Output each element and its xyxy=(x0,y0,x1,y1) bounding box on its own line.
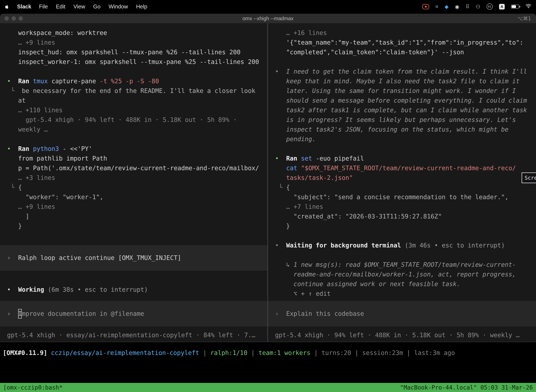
menubar-status-icons: ⌗◆◉⠿⚇ 61 A xyxy=(422,4,531,10)
terminal-line: cat "$OMX_TEAM_STATE_ROOT/team/review-cu… xyxy=(268,163,536,173)
menubar: Slack FileEditViewGoWindowHelp ⌗◆◉⠿⚇ 61 … xyxy=(0,0,536,13)
screenshot-tooltip[interactable]: Scre xyxy=(522,173,536,183)
status-line-left: gpt-5.4 xhigh · essay/ai-reimplementatio… xyxy=(0,330,268,340)
terminal-line: tasks/task-2.json" xyxy=(268,173,536,183)
terminal-line: … +9 lines xyxy=(0,202,268,212)
text-segment: Ran xyxy=(18,145,33,152)
terminal-line xyxy=(268,231,536,241)
menu-file[interactable]: File xyxy=(39,4,48,10)
tmux-status-bar: [omx-cczip0:bash* "MacBook-Pro-44.local"… xyxy=(0,383,536,392)
titlebar[interactable]: omx --xhigh --madmax ⌥⌘1 xyxy=(0,14,536,23)
menu-go[interactable]: Go xyxy=(93,4,100,10)
text-segment: workspace_mode: worktree xyxy=(7,29,107,36)
battery-icon[interactable] xyxy=(511,5,519,9)
text-segment: ↳ xyxy=(275,261,293,268)
status-line-right: gpt-5.4 xhigh · 94% left · 488K in · 5.1… xyxy=(268,330,536,340)
text-segment xyxy=(275,165,286,172)
terminal-line: pending. xyxy=(268,134,536,144)
text-segment: "subject": "send a concise recommendatio… xyxy=(275,194,509,201)
text-segment: … +16 lines xyxy=(275,29,327,36)
battery-percent-badge[interactable]: 61 xyxy=(487,4,493,10)
text-segment: -euo pipefail xyxy=(316,155,364,162)
text-segment: └ xyxy=(7,87,18,94)
prompt-input-right[interactable]: › Explain this codebase xyxy=(268,301,536,327)
menu-window[interactable]: Window xyxy=(109,4,128,10)
dots-grid-icon[interactable]: ⠿ xyxy=(466,4,469,10)
text-segment: '{"team_name":"my-team","task_id":"1","f… xyxy=(275,39,523,46)
terminal-line: • Waiting for background terminal (3m 46… xyxy=(268,241,536,250)
terminal-line: … +110 lines xyxy=(0,105,268,115)
menu-view[interactable]: View xyxy=(73,4,85,10)
text-segment: mprove documentation in @filename xyxy=(22,310,144,317)
text-segment: weekly … xyxy=(7,126,48,133)
terminal-line: … +3 lines xyxy=(0,173,268,183)
text-segment: { xyxy=(286,184,290,191)
text-segment: inspect_hud: omx sparkshell --tmux-pane … xyxy=(7,49,241,56)
terminal-line xyxy=(0,275,268,285)
menu-edit[interactable]: Edit xyxy=(56,4,65,10)
terminal-line: weekly … xyxy=(0,125,268,134)
terminal-line xyxy=(0,231,268,241)
text-segment: at xyxy=(7,97,25,104)
inline-prompt-band[interactable]: › Ralph loop active continue [OMX_TMUX_I… xyxy=(0,245,268,271)
text-segment: from pathlib import Path xyxy=(7,155,107,162)
text-segment: inspect_worker-1: omx sparkshell --tmux-… xyxy=(7,58,259,65)
text-segment: later. Using the same for transition mig… xyxy=(275,87,516,94)
screen-recording-indicator-icon[interactable] xyxy=(422,4,429,9)
text-segment: -t %25 -p -S -80 xyxy=(100,78,159,85)
terminal-line: gpt-5.4 xhigh · 94% left · 488K in · 5.1… xyxy=(0,115,268,125)
terminal-line: inspect_worker-1: omx sparkshell --tmux-… xyxy=(0,57,268,67)
terminal-line: ] xyxy=(0,212,268,221)
menubar-extras: ⌗◆◉⠿⚇ xyxy=(436,4,480,10)
terminal-line: • Ran python3 - <<'PY' xyxy=(0,144,268,154)
keyboard-layout-icon[interactable]: A xyxy=(499,4,505,9)
terminal-line xyxy=(268,250,536,260)
text-segment: inspect task2's JSON, focusing on the st… xyxy=(275,126,509,133)
text-segment: … +9 lines xyxy=(7,203,55,210)
terminal-line: from pathlib import Path xyxy=(0,154,268,163)
pane-right-bottom: › Explain this codebase gpt-5.4 xhigh · … xyxy=(268,301,536,340)
terminal-line: • I need to get the claim token from the… xyxy=(268,67,536,76)
terminal-line: • Working (6m 38s • esc to interrupt) xyxy=(0,285,268,294)
text-segment: … +9 lines xyxy=(7,39,55,46)
text-segment: } xyxy=(275,223,290,229)
pane-left-content: workspace_mode: worktree … +9 lines insp… xyxy=(0,23,268,294)
text-segment: should send a message before completing … xyxy=(275,97,527,104)
app-menu-slack[interactable]: Slack xyxy=(17,4,31,10)
pane-right[interactable]: … +16 lines '{"team_name":"my-team","tas… xyxy=(268,23,536,342)
screen: Slack FileEditViewGoWindowHelp ⌗◆◉⠿⚇ 61 … xyxy=(0,0,536,392)
text-segment: Explain this codebase xyxy=(286,310,364,317)
terminal-line: … +16 lines xyxy=(268,28,536,38)
text-segment: team:1 workers xyxy=(258,349,314,356)
text-segment: - <<'PY' xyxy=(62,145,92,152)
text-segment: › xyxy=(275,310,286,317)
menu-help[interactable]: Help xyxy=(136,4,147,10)
text-segment: is in progress? It seems likely but perh… xyxy=(275,116,516,123)
text-segment: tasks/task-2.json" xyxy=(275,174,353,181)
terminal-line xyxy=(0,134,268,144)
terminal-line: p = Path('.omx/state/team/review-current… xyxy=(0,163,268,173)
wifi-icon[interactable] xyxy=(526,4,531,10)
text-segment: I need to get the claim token from the c… xyxy=(286,68,527,75)
text-segment: • xyxy=(7,78,18,85)
tmux-session-label: [omx-cczip0:bash* xyxy=(3,384,62,391)
text-segment: "worker": "worker-1", xyxy=(7,194,103,201)
text-segment: | xyxy=(203,349,210,356)
terminal-line: … +7 lines xyxy=(268,202,536,212)
menubar-extra-circle-icon[interactable]: ◉ xyxy=(455,4,459,10)
terminal-line: should send a message before completing … xyxy=(268,96,536,105)
menubar-extra-app-icon[interactable]: ⚇ xyxy=(476,4,480,10)
terminal-line: "subject": "send a concise recommendatio… xyxy=(268,192,536,202)
text-segment: "completed","claim_token":"claim-token"}… xyxy=(275,49,464,56)
text-segment: • xyxy=(7,286,18,293)
pane-left[interactable]: workspace_mode: worktree … +9 lines insp… xyxy=(0,23,268,342)
tiles-grid-icon[interactable]: ⌗ xyxy=(436,4,438,10)
menubar-extra-blue-icon[interactable]: ◆ xyxy=(445,4,448,10)
text-segment: └ xyxy=(7,184,18,191)
apple-menu-icon[interactable] xyxy=(5,4,9,9)
terminal-line: } xyxy=(268,221,536,231)
text-segment: Waiting for background terminal xyxy=(286,242,405,249)
text-segment: cat xyxy=(286,165,301,172)
terminal-line: continue assigned work or next feasible … xyxy=(268,279,536,289)
prompt-input-left[interactable]: › Improve documentation in @filename xyxy=(0,301,268,327)
